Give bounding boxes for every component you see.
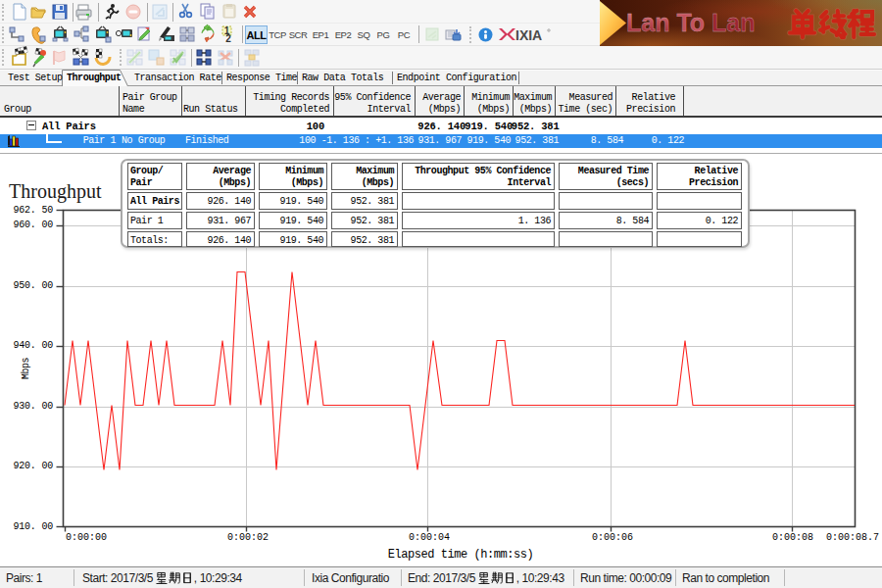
svg-text:Lan To Lan: Lan To Lan (626, 9, 756, 36)
svg-text:IXIA: IXIA (515, 27, 542, 43)
svg-text:2: 2 (225, 33, 231, 44)
